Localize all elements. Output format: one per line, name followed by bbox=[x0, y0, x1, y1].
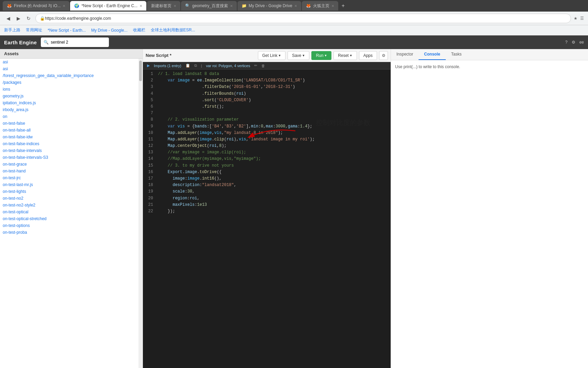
ee-search-box[interactable]: 🔍 bbox=[41, 37, 109, 47]
menu-icon[interactable]: ☰ bbox=[580, 16, 584, 21]
asset-item-precipitation[interactable]: ipitation_indices.js bbox=[0, 99, 138, 106]
annotation-text: 控制对比度的参数 bbox=[316, 119, 370, 126]
bookmark-favorites[interactable]: 收藏栏 bbox=[133, 27, 145, 33]
user-avatar[interactable]: ee bbox=[579, 40, 584, 45]
tab-earthengine[interactable]: 🌍 *New Script - Earth Engine C... ✕ bbox=[70, 1, 146, 11]
assets-header: Assets bbox=[0, 49, 143, 59]
tab-drive[interactable]: 📁 My Drive - Google Drive ✕ bbox=[238, 1, 301, 11]
url-bar[interactable]: 🔒 https://code.earthengine.google.com bbox=[35, 14, 571, 23]
ee-header: Earth Engine 🔍 ? ⚙ ee bbox=[0, 35, 588, 49]
tab-favicon: 🔍 bbox=[185, 3, 190, 8]
annotation-arrow bbox=[241, 124, 302, 144]
asset-item-false-intervals[interactable]: on-test-false-intervals bbox=[0, 147, 138, 154]
new-tab-button[interactable]: + bbox=[339, 3, 347, 9]
tab-firefox2[interactable]: 🦊 火狐主页 ✕ bbox=[302, 1, 338, 11]
asset-item-proba[interactable]: on-test-proba bbox=[0, 229, 138, 236]
tab-new[interactable]: 新建标签页 ✕ bbox=[147, 1, 180, 11]
editor-panel: New Script * Get Link▼ Save▼ Run▼ Reset▼… bbox=[143, 49, 391, 368]
copy-icon[interactable]: 📋 bbox=[185, 63, 190, 68]
asset-item-ions[interactable]: ions bbox=[0, 86, 138, 93]
asset-item-packages[interactable]: /packages bbox=[0, 79, 138, 86]
refresh-button[interactable]: ↻ bbox=[24, 14, 33, 22]
star-icon[interactable]: ★ bbox=[574, 16, 577, 21]
tab-firefox[interactable]: 🦊 Firefox 的 Android 与 iO... ✕ bbox=[3, 1, 69, 11]
browser-nav: ◀ ▶ ↻ bbox=[4, 14, 33, 22]
asset-item-false-intervals-s3[interactable]: on-test-false-intervals-S3 bbox=[0, 154, 138, 161]
bookmark-xinshou[interactable]: 新手上路 bbox=[4, 27, 20, 33]
tab-favicon: 🌍 bbox=[74, 3, 79, 8]
asset-item-optical-stretched[interactable]: on-test-optical-stretched bbox=[0, 215, 138, 222]
asset-item-optical[interactable]: on-test-optical bbox=[0, 209, 138, 215]
asset-item-grace[interactable]: on-test-grace bbox=[0, 161, 138, 168]
asset-item-lights[interactable]: on-test-lights bbox=[0, 188, 138, 195]
tab-inspector[interactable]: Inspector bbox=[391, 49, 419, 60]
asset-item-asi2[interactable]: asi bbox=[0, 65, 138, 72]
annotation: 控制对比度的参数 bbox=[316, 117, 370, 128]
asset-item-options[interactable]: on-test-options bbox=[0, 222, 138, 229]
code-line-4: 4 .filterBounds(roi) bbox=[143, 91, 391, 97]
reset-button[interactable]: Reset▼ bbox=[333, 51, 357, 60]
code-line-15: 15 // 3. to my drive not yours bbox=[143, 163, 391, 169]
close-icon[interactable]: ✕ bbox=[140, 4, 142, 8]
asset-item-hand[interactable]: on-test-hand bbox=[0, 168, 138, 174]
code-line-20: 20 region:roi, bbox=[143, 195, 391, 202]
tab-label: My Drive - Google Drive bbox=[249, 3, 292, 8]
tab-favicon: 🦊 bbox=[306, 3, 311, 8]
ee-main: Assets asi asi /forest_regression_gee_da… bbox=[0, 49, 588, 368]
asset-item-on[interactable]: on bbox=[0, 113, 138, 120]
imports-toggle[interactable]: ▶ bbox=[147, 63, 150, 68]
asset-item-no2[interactable]: on-test-no2 bbox=[0, 195, 138, 202]
expand-icon[interactable]: ⧉ bbox=[194, 63, 197, 68]
asset-item-jrc[interactable]: on-test-jrc bbox=[0, 174, 138, 181]
asset-item-last-mr[interactable]: on-test-last-mr.js bbox=[0, 181, 138, 188]
url-text: https://code.earthengine.google.com bbox=[45, 16, 111, 21]
apps-button[interactable]: Apps bbox=[359, 51, 377, 60]
settings-gear-button[interactable]: ⚙ bbox=[379, 51, 388, 60]
right-tabs: Inspector Console Tasks bbox=[391, 49, 588, 60]
bookmark-gis[interactable]: 全球土地利用数据ESR... bbox=[151, 27, 195, 33]
bookmarks-bar: 新手上路 常用网址 *New Script - Earth... My Driv… bbox=[0, 25, 588, 35]
save-button[interactable]: Save▼ bbox=[288, 51, 309, 60]
asset-item-geometry[interactable]: geometry.js bbox=[0, 93, 138, 99]
close-icon[interactable]: ✕ bbox=[63, 4, 65, 8]
assets-list: asi asi /forest_regression_gee_data_vari… bbox=[0, 59, 143, 368]
close-icon[interactable]: ✕ bbox=[331, 4, 334, 8]
asset-item-waterbody[interactable]: irbody_area.js bbox=[0, 106, 138, 113]
code-line-3: 3 .filterDate('2018-01-01','2018-12-31') bbox=[143, 84, 391, 90]
help-icon[interactable]: ? bbox=[565, 40, 568, 45]
edit-icon[interactable]: ✏ bbox=[254, 63, 257, 68]
asset-item-false-idw[interactable]: on-test-false-idw bbox=[0, 134, 138, 140]
asset-item-forest[interactable]: /forest_regression_gee_data_variable_imp… bbox=[0, 72, 138, 79]
forward-button[interactable]: ▶ bbox=[14, 14, 22, 22]
imports-label: Imports (1 entry) bbox=[154, 64, 181, 68]
delete-icon[interactable]: 🗑 bbox=[261, 64, 265, 68]
code-editor[interactable]: 1 // 1. load landsat 8 data 2 var image … bbox=[143, 70, 391, 368]
close-icon[interactable]: ✕ bbox=[174, 4, 176, 8]
close-icon[interactable]: ✕ bbox=[230, 4, 233, 8]
search-input[interactable] bbox=[51, 40, 98, 45]
asset-item-false[interactable]: on-test-false bbox=[0, 120, 138, 127]
asset-item-no2-style2[interactable]: on-test-no2-style2 bbox=[0, 202, 138, 209]
code-line-13: 13 //var myimage = image.clip(roi); bbox=[143, 149, 391, 156]
get-link-button[interactable]: Get Link▼ bbox=[258, 51, 286, 60]
code-line-14: 14 //Map.addLayer(myimage,vis,"myimage")… bbox=[143, 156, 391, 162]
close-icon[interactable]: ✕ bbox=[294, 4, 297, 8]
bookmark-drive[interactable]: My Drive - Google... bbox=[91, 28, 128, 33]
tab-tasks[interactable]: Tasks bbox=[446, 49, 467, 60]
ee-header-right: ? ⚙ ee bbox=[565, 40, 584, 45]
asset-item-false-indices[interactable]: on-test-false-indices bbox=[0, 140, 138, 147]
asset-item-asi1[interactable]: asi bbox=[0, 59, 138, 65]
asset-item-false-all[interactable]: on-test-false-all bbox=[0, 127, 138, 134]
assets-scrollbar[interactable] bbox=[138, 59, 143, 368]
run-button[interactable]: Run▼ bbox=[311, 51, 331, 60]
tab-geometry[interactable]: 🔍 geometry_百度搜索 ✕ bbox=[181, 1, 237, 11]
settings-icon[interactable]: ⚙ bbox=[572, 40, 575, 45]
code-line-2: 2 var image = ee.ImageCollection('LANDSA… bbox=[143, 77, 391, 84]
script-name: New Script * bbox=[146, 53, 172, 58]
back-button[interactable]: ◀ bbox=[4, 14, 12, 22]
bookmark-changyong[interactable]: 常用网址 bbox=[26, 27, 42, 33]
tab-label: 新建标签页 bbox=[151, 3, 172, 9]
bookmark-newscript[interactable]: *New Script - Earth... bbox=[48, 28, 86, 33]
tab-favicon: 🦊 bbox=[7, 3, 12, 8]
tab-console[interactable]: Console bbox=[419, 49, 445, 60]
